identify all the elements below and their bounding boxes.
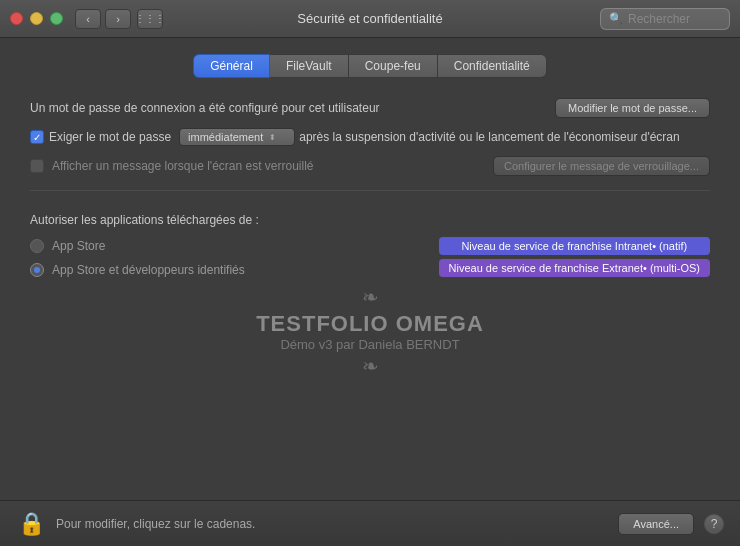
tabs-row: Général FileVault Coupe-feu Confidential…	[30, 54, 710, 78]
watermark-ornament-bottom: ❧	[362, 354, 379, 378]
password-description-row: Un mot de passe de connexion a été confi…	[30, 98, 710, 118]
window-title: Sécurité et confidentialité	[297, 11, 442, 26]
immediately-dropdown[interactable]: immédiatement ⬍	[179, 128, 295, 146]
screen-message-checkbox	[30, 159, 44, 173]
watermark-ornament-top: ❧	[362, 287, 379, 307]
minimize-button[interactable]	[30, 12, 43, 25]
allow-options-wrapper: App Store App Store et développeurs iden…	[30, 239, 710, 277]
forward-button[interactable]: ›	[105, 9, 131, 29]
lock-icon[interactable]: 🔒	[16, 506, 46, 542]
title-bar: ‹ › ⋮⋮⋮ Sécurité et confidentialité 🔍 Re…	[0, 0, 740, 38]
require-label: Exiger le mot de passe	[49, 130, 171, 144]
close-button[interactable]	[10, 12, 23, 25]
allow-option-appstore-dev[interactable]: App Store et développeurs identifiés	[30, 263, 245, 277]
password-description: Un mot de passe de connexion a été confi…	[30, 101, 555, 115]
allow-option-appstore[interactable]: App Store	[30, 239, 245, 253]
tab-firewall[interactable]: Coupe-feu	[349, 54, 438, 78]
allow-options-left: App Store App Store et développeurs iden…	[30, 239, 245, 277]
radio-appstore[interactable]	[30, 239, 44, 253]
radio-appstore-dev[interactable]	[30, 263, 44, 277]
main-content: Général FileVault Coupe-feu Confidential…	[0, 38, 740, 500]
tab-filevault[interactable]: FileVault	[270, 54, 349, 78]
section-divider	[30, 190, 710, 191]
traffic-lights	[10, 12, 63, 25]
grid-button[interactable]: ⋮⋮⋮	[137, 9, 163, 29]
screen-message-row: Afficher un message lorsque l'écran est …	[30, 156, 710, 176]
modify-password-button[interactable]: Modifier le mot de passe...	[555, 98, 710, 118]
bottom-text: Pour modifier, cliquez sur le cadenas.	[56, 517, 608, 531]
tab-general[interactable]: Général	[193, 54, 270, 78]
watermark-subtitle: Démo v3 par Daniela BERNDT	[280, 337, 459, 352]
configure-button: Configurer le message de verrouillage...	[493, 156, 710, 176]
tab-privacy[interactable]: Confidentialité	[438, 54, 547, 78]
watermark-title: TESTFOLIO OMEGA	[256, 311, 484, 337]
bottom-bar: 🔒 Pour modifier, cliquez sur le cadenas.…	[0, 500, 740, 546]
help-button[interactable]: ?	[704, 514, 724, 534]
maximize-button[interactable]	[50, 12, 63, 25]
require-checkbox[interactable]: ✓	[30, 130, 44, 144]
search-box[interactable]: 🔍 Rechercher	[600, 8, 730, 30]
require-checkbox-container[interactable]: ✓ Exiger le mot de passe	[30, 130, 171, 144]
search-placeholder: Rechercher	[628, 12, 690, 26]
dropdown-arrow-icon: ⬍	[269, 133, 276, 142]
after-label: après la suspension d'activité ou le lan…	[299, 130, 679, 144]
screen-message-label: Afficher un message lorsque l'écran est …	[52, 159, 314, 173]
require-password-row: ✓ Exiger le mot de passe immédiatement ⬍…	[30, 128, 710, 146]
nav-buttons: ‹ ›	[75, 9, 131, 29]
appstore-dev-label: App Store et développeurs identifiés	[52, 263, 245, 277]
allow-options-right: Niveau de service de franchise Intranet•…	[439, 237, 710, 277]
badge-intranet: Niveau de service de franchise Intranet•…	[439, 237, 710, 255]
watermark: ❧ TESTFOLIO OMEGA Démo v3 par Daniela BE…	[30, 277, 710, 500]
back-button[interactable]: ‹	[75, 9, 101, 29]
advanced-button[interactable]: Avancé...	[618, 513, 694, 535]
dropdown-value: immédiatement	[188, 131, 263, 143]
allow-title: Autoriser les applications téléchargées …	[30, 213, 710, 227]
allow-apps-section: Autoriser les applications téléchargées …	[30, 213, 710, 277]
badge-extranet: Niveau de service de franchise Extranet•…	[439, 259, 710, 277]
search-icon: 🔍	[609, 12, 623, 25]
appstore-label: App Store	[52, 239, 105, 253]
